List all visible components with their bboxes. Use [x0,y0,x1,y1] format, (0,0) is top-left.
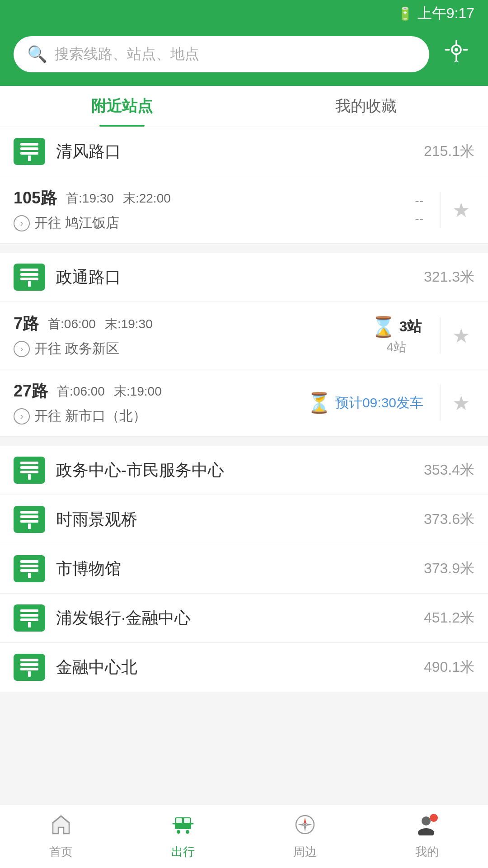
station-item[interactable]: 金融中心北 490.1米 [0,643,488,692]
station-distance: 490.1米 [424,657,474,677]
svg-rect-9 [28,156,31,161]
svg-point-48 [422,816,431,826]
search-bar[interactable]: 🔍 搜索线路、站点、地点 [14,36,429,72]
nav-item-nearby[interactable]: 周边 [244,805,366,868]
bus-stop-icon [14,457,45,484]
nav-item-home[interactable]: 首页 [0,805,122,868]
svg-rect-20 [20,520,38,523]
svg-rect-28 [20,618,38,621]
bus-stop-icon [14,604,45,632]
route-first-time: 首:06:00 [48,316,96,333]
route-info: 7路 首:06:00 末:19:30 › 开往 政务新区 [14,313,369,358]
station-item[interactable]: 市博物馆 373.9米 [0,544,488,594]
route-first-time: 首:06:00 [57,383,105,400]
arrival-info: ⏳ 预计09:30发车 [307,391,423,415]
svg-point-38 [176,830,181,834]
notification-dot [430,814,438,822]
location-button[interactable] [438,36,474,72]
route-header: 7路 首:06:00 末:19:30 [14,313,369,335]
nav-item-mine[interactable]: 我的 [366,805,488,868]
svg-rect-22 [20,560,38,563]
route-info: 27路 首:06:00 末:19:00 › 开往 新市口（北） [14,380,307,425]
nav-label-mine: 我的 [415,844,439,860]
route-item[interactable]: 105路 首:19:30 末:22:00 › 开往 鸠江饭店 -- -- ★ [0,176,488,244]
svg-marker-47 [306,823,312,826]
station-item[interactable]: 政务中心-市民服务中心 353.4米 [0,446,488,495]
svg-rect-27 [20,614,38,617]
svg-rect-33 [28,671,31,677]
arrival-info: ⌛ 3站 4站 [369,315,423,356]
station-name: 时雨景观桥 [56,509,424,531]
tab-nearby[interactable]: 附近站点 [0,86,244,127]
profile-icon [416,814,438,840]
bus-stop-icon [14,654,45,681]
svg-rect-12 [20,278,38,280]
bus-icon [172,814,194,840]
nav-label-nearby: 周边 [293,844,317,860]
battery-icon: 🔋 [397,6,413,21]
divider [440,317,441,354]
svg-rect-14 [20,462,38,464]
direction-arrow-icon: › [14,408,30,425]
route-header: 105路 首:19:30 末:22:00 [14,187,415,209]
station-item[interactable]: 政通路口 321.3米 [0,253,488,302]
svg-rect-21 [28,524,31,529]
svg-point-39 [185,830,190,834]
svg-rect-13 [28,281,31,287]
header: 🔍 搜索线路、站点、地点 [0,27,488,86]
route-item[interactable]: 7路 首:06:00 末:19:30 › 开往 政务新区 ⌛ 3站 4站 ★ [0,302,488,369]
station-distance: 353.4米 [424,460,474,480]
search-placeholder: 搜索线路、站点、地点 [55,44,199,64]
search-icon: 🔍 [27,45,47,64]
svg-marker-45 [304,826,306,832]
station-distance: 451.2米 [424,608,474,628]
tab-favorites[interactable]: 我的收藏 [244,86,488,127]
svg-rect-11 [20,273,38,276]
direction-arrow-icon: › [14,341,30,357]
svg-point-1 [455,48,458,52]
station-name: 清风路口 [56,141,424,163]
route-info: 105路 首:19:30 末:22:00 › 开往 鸠江饭店 [14,187,415,232]
route-number: 27路 [14,380,48,402]
favorite-button[interactable]: ★ [448,194,474,226]
spacer [0,244,488,253]
station-distance: 215.1米 [424,142,474,161]
favorite-button[interactable]: ★ [448,387,474,419]
content: 清风路口 215.1米 105路 首:19:30 末:22:00 › 开往 鸠江… [0,127,488,764]
compass-icon [294,814,316,840]
favorite-button[interactable]: ★ [448,320,474,352]
svg-rect-37 [175,826,191,829]
station-item[interactable]: 浦发银行·金融中心 451.2米 [0,594,488,643]
svg-rect-8 [20,152,38,155]
spacer [0,437,488,446]
svg-rect-24 [20,569,38,572]
divider [440,385,441,421]
station-item[interactable]: 时雨景观桥 373.6米 [0,495,488,544]
svg-point-49 [418,828,434,835]
station-name: 市博物馆 [56,558,424,580]
route-right: -- -- ★ [415,192,474,228]
svg-rect-10 [20,269,38,271]
route-last-time: 末:22:00 [123,190,171,207]
svg-rect-25 [28,573,31,578]
svg-rect-26 [20,609,38,612]
svg-rect-29 [28,622,31,627]
tabs: 附近站点 我的收藏 [0,86,488,127]
route-direction: › 开往 新市口（北） [14,407,307,425]
bus-stop-icon [14,555,45,582]
route-direction: › 开往 鸠江饭店 [14,214,415,232]
svg-rect-36 [184,818,190,823]
nav-item-travel[interactable]: 出行 [122,805,244,868]
station-distance: 373.9米 [424,559,474,579]
svg-rect-6 [20,143,38,146]
station-item[interactable]: 清风路口 215.1米 [0,127,488,176]
route-number: 7路 [14,313,39,335]
route-item[interactable]: 27路 首:06:00 末:19:00 › 开往 新市口（北） ⏳ 预计09:3… [0,369,488,437]
dash-arrival: -- -- [415,193,423,226]
svg-marker-46 [298,823,304,826]
station-name: 政通路口 [56,266,424,288]
home-icon [50,814,72,840]
route-number: 105路 [14,187,57,209]
station-name: 政务中心-市民服务中心 [56,459,424,481]
svg-rect-7 [20,147,38,150]
